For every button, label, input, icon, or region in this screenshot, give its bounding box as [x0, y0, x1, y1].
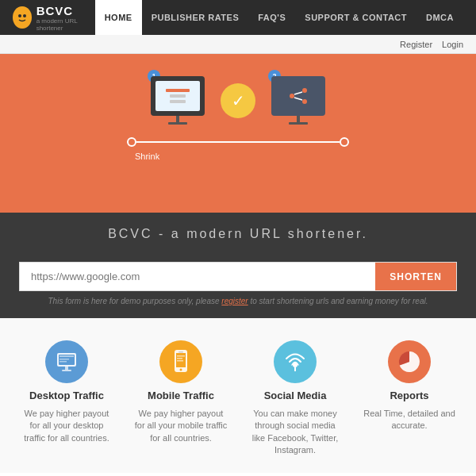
- hero-illustration: 1 ✓ 2: [24, 76, 452, 125]
- mobile-feature-title: Mobile Traffic: [148, 390, 214, 401]
- url-input[interactable]: [20, 263, 375, 290]
- desktop-traffic-icon: [54, 349, 79, 374]
- svg-point-3: [302, 88, 307, 93]
- computer-2: 2: [271, 76, 325, 125]
- register-demo-link[interactable]: register: [221, 297, 248, 305]
- shortener-section: SHORTEN This form is here for demo purpo…: [0, 254, 476, 318]
- computer-1: 1: [151, 76, 205, 125]
- hero-section: 1 ✓ 2: [0, 54, 476, 213]
- svg-point-0: [15, 10, 29, 25]
- features-section: Desktop Traffic We pay higher payout for…: [0, 318, 476, 473]
- desktop-icon-wrap: [45, 340, 88, 383]
- feature-mobile: Mobile Traffic We pay higher payout for …: [133, 340, 228, 457]
- svg-point-4: [302, 99, 307, 104]
- reports-icon-wrap: [388, 340, 431, 383]
- register-link[interactable]: Register: [400, 40, 432, 49]
- svg-rect-13: [60, 359, 69, 360]
- url-form: SHORTEN: [19, 262, 457, 291]
- nav-links: HOME PUBLISHER RATES FAQ'S SUPPORT & CON…: [95, 0, 463, 35]
- reports-feature-desc: Real Time, detailed and accurate.: [362, 408, 457, 432]
- logo-icon: [13, 6, 32, 29]
- desktop-feature-title: Desktop Traffic: [29, 390, 104, 401]
- nav-faqs[interactable]: FAQ'S: [248, 0, 295, 35]
- monitor-screen-1: [155, 81, 200, 111]
- nav-publisher-rates[interactable]: PUBLISHER RATES: [142, 0, 249, 35]
- logo-text: BCVC: [36, 4, 74, 17]
- feature-reports: Reports Real Time, detailed and accurate…: [362, 340, 457, 457]
- svg-point-1: [18, 14, 21, 17]
- connection-area: Shrink: [111, 137, 365, 161]
- svg-point-5: [290, 94, 294, 98]
- social-icon-wrap: [274, 340, 317, 383]
- tagline-section: BCVC - a modern URL shortener.: [0, 213, 476, 254]
- svg-rect-19: [177, 355, 185, 357]
- svg-point-2: [23, 14, 26, 17]
- mobile-feature-desc: We pay higher payout for all your mobile…: [133, 408, 228, 444]
- tagline-text: BCVC - a modern URL shortener.: [16, 227, 460, 241]
- share-icon: [287, 85, 309, 107]
- svg-rect-12: [60, 355, 74, 357]
- demo-notice: This form is here for demo purposes only…: [19, 297, 457, 305]
- shorten-button[interactable]: SHORTEN: [375, 263, 456, 290]
- svg-rect-20: [177, 358, 182, 359]
- nav-support[interactable]: SUPPORT & CONTACT: [295, 0, 416, 35]
- monitor-screen-2: [276, 81, 321, 111]
- reports-feature-title: Reports: [390, 390, 428, 401]
- feature-desktop: Desktop Traffic We pay higher payout for…: [19, 340, 114, 457]
- login-link[interactable]: Login: [442, 40, 463, 49]
- shrink-label: Shrink: [135, 152, 159, 161]
- logo-area: BCVC a modern URL shortener: [13, 4, 95, 32]
- svg-rect-10: [65, 367, 68, 370]
- nav-home[interactable]: HOME: [95, 0, 142, 35]
- svg-line-7: [294, 98, 302, 100]
- reports-icon: [395, 347, 424, 376]
- social-media-icon: [281, 347, 309, 376]
- mobile-traffic-icon: [170, 348, 192, 375]
- monitor-2: [271, 76, 325, 116]
- svg-rect-18: [178, 351, 183, 353]
- social-feature-title: Social Media: [264, 390, 327, 401]
- top-bar: Register Login: [0, 35, 476, 54]
- svg-rect-14: [60, 361, 67, 363]
- desktop-feature-desc: We pay higher payout for all your deskto…: [19, 408, 114, 444]
- svg-rect-21: [177, 360, 183, 362]
- svg-rect-11: [62, 370, 71, 371]
- svg-point-17: [180, 369, 182, 371]
- monitor-1: [151, 76, 205, 116]
- nav-dmca[interactable]: DMCA: [416, 0, 463, 35]
- logo-tagline: a modern URL shortener: [36, 17, 95, 32]
- mobile-icon-wrap: [159, 340, 202, 383]
- center-check-icon: ✓: [221, 83, 255, 118]
- svg-line-6: [294, 92, 302, 94]
- social-feature-desc: You can make money through social media …: [248, 408, 343, 457]
- navbar: BCVC a modern URL shortener HOME PUBLISH…: [0, 0, 476, 35]
- feature-social: Social Media You can make money through …: [248, 340, 343, 457]
